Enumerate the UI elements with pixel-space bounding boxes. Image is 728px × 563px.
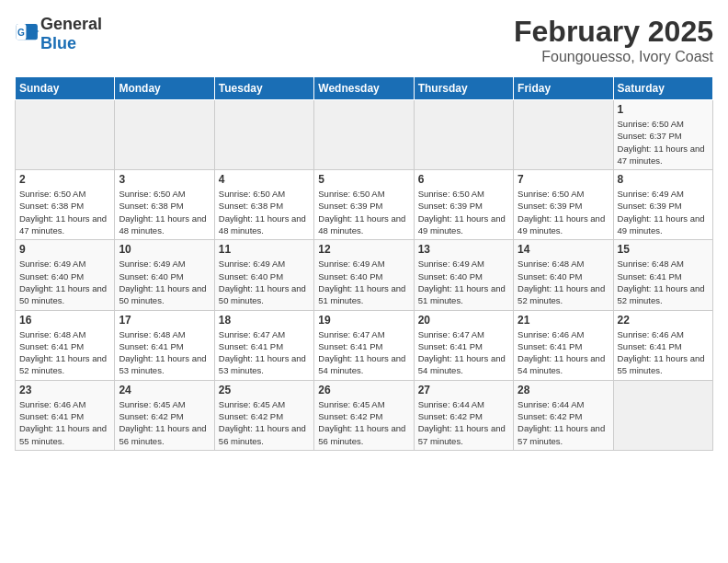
day-number: 2 xyxy=(19,173,110,186)
calendar-cell: 5Sunrise: 6:50 AM Sunset: 6:39 PM Daylig… xyxy=(314,170,414,240)
day-info: Sunrise: 6:50 AM Sunset: 6:37 PM Dayligh… xyxy=(618,118,709,167)
day-number: 14 xyxy=(518,243,609,256)
calendar-cell: 15Sunrise: 6:48 AM Sunset: 6:41 PM Dayli… xyxy=(613,240,712,310)
calendar-cell: 1Sunrise: 6:50 AM Sunset: 6:37 PM Daylig… xyxy=(613,100,712,170)
day-info: Sunrise: 6:50 AM Sunset: 6:38 PM Dayligh… xyxy=(19,188,110,236)
day-header-thursday: Thursday xyxy=(414,77,513,100)
calendar-cell: 11Sunrise: 6:49 AM Sunset: 6:40 PM Dayli… xyxy=(214,240,313,310)
calendar-week-2: 2Sunrise: 6:50 AM Sunset: 6:38 PM Daylig… xyxy=(16,170,713,240)
day-number: 11 xyxy=(219,243,310,256)
logo-general-text: General xyxy=(40,15,102,33)
calendar-cell: 24Sunrise: 6:45 AM Sunset: 6:42 PM Dayli… xyxy=(115,380,214,450)
day-number: 13 xyxy=(418,243,509,256)
calendar-cell: 28Sunrise: 6:44 AM Sunset: 6:42 PM Dayli… xyxy=(514,380,613,450)
day-info: Sunrise: 6:48 AM Sunset: 6:41 PM Dayligh… xyxy=(618,258,709,306)
day-info: Sunrise: 6:45 AM Sunset: 6:42 PM Dayligh… xyxy=(318,398,409,447)
calendar-cell: 14Sunrise: 6:48 AM Sunset: 6:40 PM Dayli… xyxy=(514,240,613,310)
day-number: 20 xyxy=(418,314,509,327)
day-number: 23 xyxy=(19,384,110,396)
day-number: 25 xyxy=(219,384,310,396)
day-info: Sunrise: 6:47 AM Sunset: 6:41 PM Dayligh… xyxy=(219,328,310,377)
day-header-wednesday: Wednesday xyxy=(314,77,414,100)
calendar-week-4: 16Sunrise: 6:48 AM Sunset: 6:41 PM Dayli… xyxy=(16,310,713,380)
day-number: 8 xyxy=(618,173,709,186)
day-number: 22 xyxy=(618,314,709,327)
day-info: Sunrise: 6:45 AM Sunset: 6:42 PM Dayligh… xyxy=(119,398,210,447)
logo-icon: G xyxy=(15,21,40,47)
day-number: 4 xyxy=(219,173,310,186)
calendar-week-1: 1Sunrise: 6:50 AM Sunset: 6:37 PM Daylig… xyxy=(16,100,713,170)
calendar-cell: 27Sunrise: 6:44 AM Sunset: 6:42 PM Dayli… xyxy=(414,380,513,450)
calendar-table: SundayMondayTuesdayWednesdayThursdayFrid… xyxy=(15,76,713,451)
location: Foungouesso, Ivory Coast xyxy=(514,49,713,65)
calendar-cell: 12Sunrise: 6:49 AM Sunset: 6:40 PM Dayli… xyxy=(314,240,414,310)
day-number: 16 xyxy=(19,314,110,327)
day-header-tuesday: Tuesday xyxy=(214,77,313,100)
calendar-cell: 6Sunrise: 6:50 AM Sunset: 6:39 PM Daylig… xyxy=(414,170,513,240)
day-info: Sunrise: 6:45 AM Sunset: 6:42 PM Dayligh… xyxy=(219,398,310,447)
day-info: Sunrise: 6:50 AM Sunset: 6:39 PM Dayligh… xyxy=(418,188,509,236)
day-info: Sunrise: 6:47 AM Sunset: 6:41 PM Dayligh… xyxy=(418,328,509,377)
day-number: 6 xyxy=(418,173,509,186)
calendar-cell: 23Sunrise: 6:46 AM Sunset: 6:41 PM Dayli… xyxy=(16,380,115,450)
day-number: 12 xyxy=(318,243,409,256)
calendar-cell xyxy=(314,100,414,170)
day-number: 1 xyxy=(618,103,709,116)
day-number: 3 xyxy=(119,173,210,186)
calendar-week-3: 9Sunrise: 6:49 AM Sunset: 6:40 PM Daylig… xyxy=(16,240,713,310)
calendar-cell: 22Sunrise: 6:46 AM Sunset: 6:41 PM Dayli… xyxy=(613,310,712,380)
logo: G General Blue xyxy=(15,15,102,53)
day-info: Sunrise: 6:48 AM Sunset: 6:41 PM Dayligh… xyxy=(119,328,210,377)
day-header-friday: Friday xyxy=(514,77,613,100)
calendar-cell: 20Sunrise: 6:47 AM Sunset: 6:41 PM Dayli… xyxy=(414,310,513,380)
calendar-cell xyxy=(16,100,115,170)
day-number: 19 xyxy=(318,314,409,327)
page-header: G General Blue February 2025 Foungouesso… xyxy=(15,15,713,65)
day-number: 24 xyxy=(119,384,210,396)
calendar-cell xyxy=(514,100,613,170)
day-header-sunday: Sunday xyxy=(16,77,115,100)
day-number: 17 xyxy=(119,314,210,327)
calendar-cell: 13Sunrise: 6:49 AM Sunset: 6:40 PM Dayli… xyxy=(414,240,513,310)
day-info: Sunrise: 6:46 AM Sunset: 6:41 PM Dayligh… xyxy=(518,328,609,377)
title-block: February 2025 Foungouesso, Ivory Coast xyxy=(514,15,713,65)
month-title: February 2025 xyxy=(514,15,713,49)
day-info: Sunrise: 6:46 AM Sunset: 6:41 PM Dayligh… xyxy=(19,398,110,447)
day-number: 5 xyxy=(318,173,409,186)
day-info: Sunrise: 6:44 AM Sunset: 6:42 PM Dayligh… xyxy=(418,398,509,447)
day-info: Sunrise: 6:50 AM Sunset: 6:39 PM Dayligh… xyxy=(318,188,409,236)
calendar-cell xyxy=(613,380,712,450)
day-number: 10 xyxy=(119,243,210,256)
day-number: 21 xyxy=(518,314,609,327)
day-info: Sunrise: 6:50 AM Sunset: 6:38 PM Dayligh… xyxy=(219,188,310,236)
calendar-cell: 16Sunrise: 6:48 AM Sunset: 6:41 PM Dayli… xyxy=(16,310,115,380)
calendar-cell: 4Sunrise: 6:50 AM Sunset: 6:38 PM Daylig… xyxy=(214,170,313,240)
day-info: Sunrise: 6:49 AM Sunset: 6:40 PM Dayligh… xyxy=(219,258,310,306)
day-info: Sunrise: 6:44 AM Sunset: 6:42 PM Dayligh… xyxy=(518,398,609,447)
calendar-week-5: 23Sunrise: 6:46 AM Sunset: 6:41 PM Dayli… xyxy=(16,380,713,450)
day-info: Sunrise: 6:49 AM Sunset: 6:40 PM Dayligh… xyxy=(418,258,509,306)
day-number: 27 xyxy=(418,384,509,396)
calendar-cell: 7Sunrise: 6:50 AM Sunset: 6:39 PM Daylig… xyxy=(514,170,613,240)
day-info: Sunrise: 6:47 AM Sunset: 6:41 PM Dayligh… xyxy=(318,328,409,377)
calendar-cell: 25Sunrise: 6:45 AM Sunset: 6:42 PM Dayli… xyxy=(214,380,313,450)
calendar-cell: 21Sunrise: 6:46 AM Sunset: 6:41 PM Dayli… xyxy=(514,310,613,380)
calendar-cell: 10Sunrise: 6:49 AM Sunset: 6:40 PM Dayli… xyxy=(115,240,214,310)
day-header-saturday: Saturday xyxy=(613,77,712,100)
day-info: Sunrise: 6:49 AM Sunset: 6:40 PM Dayligh… xyxy=(19,258,110,306)
calendar-cell: 3Sunrise: 6:50 AM Sunset: 6:38 PM Daylig… xyxy=(115,170,214,240)
day-info: Sunrise: 6:49 AM Sunset: 6:40 PM Dayligh… xyxy=(318,258,409,306)
calendar-cell: 17Sunrise: 6:48 AM Sunset: 6:41 PM Dayli… xyxy=(115,310,214,380)
calendar-cell: 26Sunrise: 6:45 AM Sunset: 6:42 PM Dayli… xyxy=(314,380,414,450)
day-number: 18 xyxy=(219,314,310,327)
day-info: Sunrise: 6:49 AM Sunset: 6:40 PM Dayligh… xyxy=(119,258,210,306)
day-info: Sunrise: 6:48 AM Sunset: 6:41 PM Dayligh… xyxy=(19,328,110,377)
day-number: 15 xyxy=(618,243,709,256)
day-info: Sunrise: 6:50 AM Sunset: 6:38 PM Dayligh… xyxy=(119,188,210,236)
day-info: Sunrise: 6:48 AM Sunset: 6:40 PM Dayligh… xyxy=(518,258,609,306)
day-info: Sunrise: 6:50 AM Sunset: 6:39 PM Dayligh… xyxy=(518,188,609,236)
day-number: 28 xyxy=(518,384,609,396)
day-number: 7 xyxy=(518,173,609,186)
day-info: Sunrise: 6:46 AM Sunset: 6:41 PM Dayligh… xyxy=(618,328,709,377)
calendar-cell: 19Sunrise: 6:47 AM Sunset: 6:41 PM Dayli… xyxy=(314,310,414,380)
